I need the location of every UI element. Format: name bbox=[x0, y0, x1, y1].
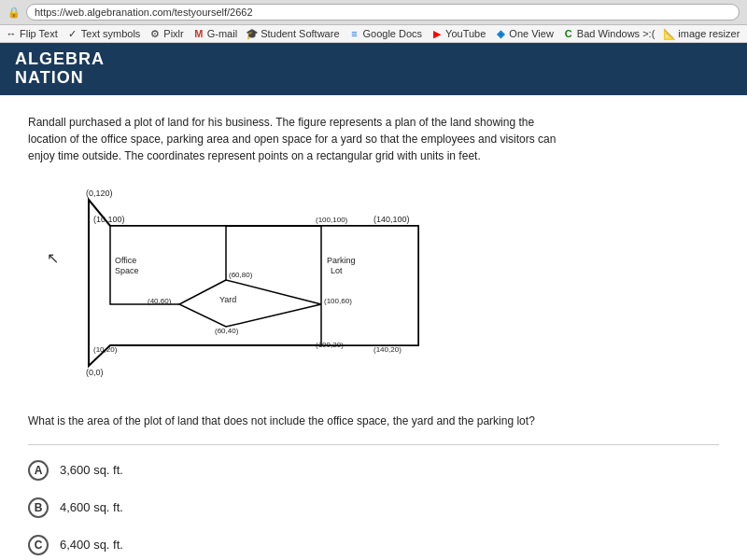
diagram-svg: (0,120) (10,100) (140,100) (100,100) Off… bbox=[84, 179, 476, 394]
bookmark-student-software[interactable]: 🎓 Student Software bbox=[247, 28, 339, 39]
choice-label-b: 4,600 sq. ft. bbox=[60, 500, 123, 514]
answer-choice-a[interactable]: A 3,600 sq. ft. bbox=[28, 460, 719, 481]
land-diagram: (0,120) (10,100) (140,100) (100,100) Off… bbox=[84, 179, 476, 394]
choice-circle-a: A bbox=[28, 460, 49, 481]
bad-windows-icon: C bbox=[563, 28, 574, 39]
coord-140-100: (140,100) bbox=[374, 215, 410, 224]
lot-label: Lot bbox=[331, 266, 343, 275]
lock-icon: 🔒 bbox=[7, 7, 21, 19]
main-content: ↖ Randall purchased a plot of land for h… bbox=[0, 95, 747, 560]
coord-100-100: (100,100) bbox=[316, 216, 348, 224]
choice-label-a: 3,600 sq. ft. bbox=[60, 463, 123, 477]
bookmark-image-resizer[interactable]: 📐 image resizer bbox=[664, 28, 740, 39]
choice-circle-c: C bbox=[28, 535, 49, 555]
bookmark-gmail[interactable]: M G-mail bbox=[193, 28, 237, 39]
bookmark-bad-windows[interactable]: C Bad Windows >:( bbox=[563, 28, 655, 39]
parking-label: Parking bbox=[327, 256, 356, 265]
bookmark-youtube[interactable]: ▶ YouTube bbox=[431, 28, 486, 39]
bookmarks-bar: ↔ Flip Text ✓ Text symbols ⚙ Pixlr M G-m… bbox=[0, 25, 747, 43]
coord-10-100: (10,100) bbox=[93, 215, 125, 224]
coord-100-60: (100,60) bbox=[324, 297, 352, 305]
parking-lot-rect bbox=[321, 226, 418, 345]
choice-circle-b: B bbox=[28, 497, 49, 518]
space-label: Space bbox=[115, 266, 139, 275]
browser-address-bar[interactable]: 🔒 https://web.algebranation.com/testyour… bbox=[0, 0, 747, 25]
bookmark-text-symbols[interactable]: ✓ Text symbols bbox=[67, 28, 141, 39]
site-logo: ALGEBRA NATION bbox=[15, 50, 105, 88]
bookmark-flip-text[interactable]: ↔ Flip Text bbox=[6, 28, 58, 39]
bookmark-google-docs[interactable]: ≡ Google Docs bbox=[349, 28, 423, 39]
answer-choice-c[interactable]: C 6,400 sq. ft. bbox=[28, 535, 719, 555]
url-input[interactable]: https://web.algebranation.com/testyourse… bbox=[26, 4, 740, 21]
one-view-icon: ◈ bbox=[495, 28, 506, 39]
pixlr-icon: ⚙ bbox=[149, 28, 161, 39]
bookmark-pixlr[interactable]: ⚙ Pixlr bbox=[149, 28, 183, 39]
gmail-icon: M bbox=[193, 28, 204, 39]
yard-label: Yard bbox=[219, 295, 236, 304]
office-label: Office bbox=[115, 256, 136, 265]
cursor: ↖ bbox=[47, 249, 59, 267]
question-text: What is the area of the plot of land tha… bbox=[28, 413, 570, 429]
text-symbols-icon: ✓ bbox=[67, 28, 78, 39]
student-software-icon: 🎓 bbox=[247, 28, 258, 39]
coord-10-20: (10,20) bbox=[93, 345, 118, 354]
coord-40-60: (40,60) bbox=[148, 297, 172, 305]
youtube-icon: ▶ bbox=[431, 28, 443, 39]
bookmark-one-view[interactable]: ◈ One View bbox=[495, 28, 554, 39]
problem-description: Randall purchased a plot of land for his… bbox=[28, 114, 570, 164]
site-header: ALGEBRA NATION bbox=[0, 43, 747, 95]
coord-0-120: (0,120) bbox=[86, 189, 113, 198]
coord-100-20: (100,20) bbox=[316, 341, 344, 349]
google-docs-icon: ≡ bbox=[349, 28, 360, 39]
answer-choice-b[interactable]: B 4,600 sq. ft. bbox=[28, 497, 719, 518]
answer-divider bbox=[28, 444, 719, 445]
coord-140-20: (140,20) bbox=[374, 345, 402, 354]
coord-60-80: (60,80) bbox=[229, 271, 253, 279]
choice-label-c: 6,400 sq. ft. bbox=[60, 538, 123, 552]
image-resizer-icon: 📐 bbox=[664, 28, 675, 39]
coord-0-0: (0,0) bbox=[86, 368, 104, 377]
coord-60-40: (60,40) bbox=[215, 327, 239, 335]
flip-text-icon: ↔ bbox=[6, 28, 17, 39]
